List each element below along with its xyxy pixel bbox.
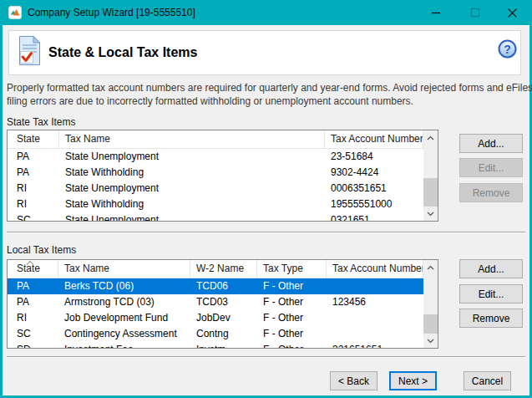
table-cell: 0321651 (325, 212, 423, 221)
state-table-header: StateTax NameTax Account Number (8, 130, 438, 149)
table-cell: Contng (190, 326, 257, 342)
column-header-tax-name[interactable]: Tax Name (59, 130, 325, 149)
local-add-button[interactable]: Add... (459, 259, 523, 278)
window-title: Company Setup Wizard [19-5555510] (28, 0, 195, 25)
column-header-tax-name[interactable]: Tax Name (58, 260, 190, 278)
vertical-scrollbar[interactable] (423, 260, 438, 348)
table-cell (327, 278, 423, 294)
scrollbar-thumb[interactable] (423, 178, 438, 208)
table-cell: SC (8, 212, 59, 221)
table-cell: F - Other (257, 326, 327, 342)
vertical-scrollbar[interactable] (423, 130, 438, 221)
checklist-document-icon (18, 35, 41, 69)
footer-separator (7, 356, 525, 358)
table-cell: SC (8, 326, 58, 342)
column-header-label: W-2 Name (196, 263, 244, 274)
column-header-label: Tax Name (65, 133, 110, 145)
table-row[interactable]: PAState Unemployment23-51684 (8, 149, 438, 165)
local-edit-button[interactable]: Edit... (459, 284, 523, 304)
table-cell: RI (8, 310, 58, 326)
table-cell: 23-51684 (325, 149, 423, 165)
table-row[interactable]: PAState Withholding9302-4424 (8, 165, 438, 181)
column-header-tax-account-number[interactable]: Tax Account Number (325, 130, 423, 149)
table-cell: State Unemployment (59, 212, 325, 221)
table-cell: Invstm (190, 342, 257, 348)
local-table-header: StateTax NameW-2 NameTax TypeTax Account… (8, 260, 438, 278)
table-cell: F - Other (257, 342, 327, 348)
local-remove-button[interactable]: Remove (459, 309, 523, 328)
minimize-button[interactable] (427, 4, 445, 21)
titlebar[interactable]: Company Setup Wizard [19-5555510] (0, 0, 532, 25)
state-remove-button: Remove (459, 183, 523, 202)
next-button[interactable]: Next > (389, 371, 437, 390)
scroll-up-icon[interactable] (423, 130, 438, 145)
maximize-button (466, 4, 484, 21)
state-tax-items-label: State Tax Items (7, 116, 75, 128)
table-cell: State Unemployment (59, 149, 325, 165)
table-row[interactable]: SCState Unemployment0321651 (8, 212, 438, 221)
table-row-selected[interactable]: PABerks TCD (06)TCD06F - Other (8, 278, 438, 294)
table-cell: Contingency Assessment (58, 326, 190, 342)
scroll-down-icon[interactable] (423, 207, 438, 221)
table-cell: 9302-4424 (325, 165, 423, 181)
local-table-body: PABerks TCD (06)TCD06F - OtherPAArmstron… (8, 278, 438, 348)
table-row[interactable]: RIState Unemployment0006351651 (8, 181, 438, 196)
table-row[interactable]: SDInvestment FeeInvstmF - Other321651651 (8, 342, 438, 348)
cancel-button[interactable]: Cancel (464, 371, 511, 390)
app-logo-icon (8, 6, 22, 19)
table-cell: Investment Fee (58, 342, 190, 348)
help-icon[interactable]: ? (498, 39, 518, 59)
state-table-body: PAState Unemployment23-51684PAState With… (8, 149, 438, 221)
table-cell: 19555551000 (325, 196, 423, 212)
table-cell: RI (8, 196, 59, 212)
table-cell: F - Other (257, 310, 327, 326)
column-header-tax-account-number[interactable]: Tax Account Number (327, 260, 423, 278)
state-add-button[interactable]: Add... (459, 134, 523, 153)
column-header-w-2-name[interactable]: W-2 Name (190, 260, 257, 278)
table-cell: PA (8, 294, 58, 310)
scroll-up-icon[interactable] (423, 260, 438, 274)
column-header-tax-type[interactable]: Tax Type (257, 260, 327, 278)
description-text: Properly formatted tax account numbers a… (7, 81, 532, 108)
local-tax-items-table: StateTax NameW-2 NameTax TypeTax Account… (7, 259, 438, 349)
table-cell: PA (8, 165, 59, 181)
scroll-down-icon[interactable] (423, 334, 438, 348)
table-cell: 0006351651 (325, 181, 423, 196)
close-icon[interactable] (503, 4, 521, 21)
table-cell: SD (8, 342, 58, 348)
table-cell: JobDev (190, 310, 257, 326)
table-cell: F - Other (257, 278, 327, 294)
table-row[interactable]: RIState Withholding19555551000 (8, 196, 438, 212)
local-tax-items-label: Local Tax Items (7, 244, 76, 256)
table-cell: Armstrong TCD (03) (58, 294, 190, 310)
column-header-label: Tax Name (64, 263, 109, 274)
table-row[interactable]: RIJob Development FundJobDevF - Other (8, 310, 438, 326)
table-row[interactable]: SCContingency AssessmentContngF - Other (8, 326, 438, 342)
state-tax-items-table: StateTax NameTax Account Number PAState … (7, 130, 438, 222)
column-header-state[interactable]: State (8, 130, 59, 149)
table-cell: TCD03 (190, 294, 257, 310)
table-cell (327, 326, 423, 342)
table-cell: PA (8, 149, 59, 165)
state-edit-button: Edit... (459, 158, 523, 177)
column-header-state[interactable]: State (8, 260, 58, 278)
page-title: State & Local Tax Items (48, 30, 197, 75)
table-cell: PA (8, 278, 58, 294)
table-cell (327, 310, 423, 326)
table-cell: Job Development Fund (58, 310, 190, 326)
table-cell: 321651651 (327, 342, 423, 348)
table-cell: TCD06 (190, 278, 257, 294)
table-cell: F - Other (257, 294, 327, 310)
table-row[interactable]: PAArmstrong TCD (03)TCD03F - Other123456 (8, 294, 438, 310)
table-cell: Berks TCD (06) (58, 278, 190, 294)
column-header-label: Tax Type (263, 263, 303, 274)
table-cell: State Withholding (59, 196, 325, 212)
company-setup-wizard-window: Company Setup Wizard [19-5555510] State … (0, 0, 532, 398)
column-header-label: Tax Account Number (331, 133, 423, 145)
table-cell: 123456 (327, 294, 423, 310)
svg-text:?: ? (504, 43, 511, 56)
column-header-label: State (17, 133, 40, 145)
table-cell: State Withholding (59, 165, 325, 181)
back-button[interactable]: < Back (330, 371, 377, 390)
scrollbar-thumb[interactable] (423, 314, 438, 334)
